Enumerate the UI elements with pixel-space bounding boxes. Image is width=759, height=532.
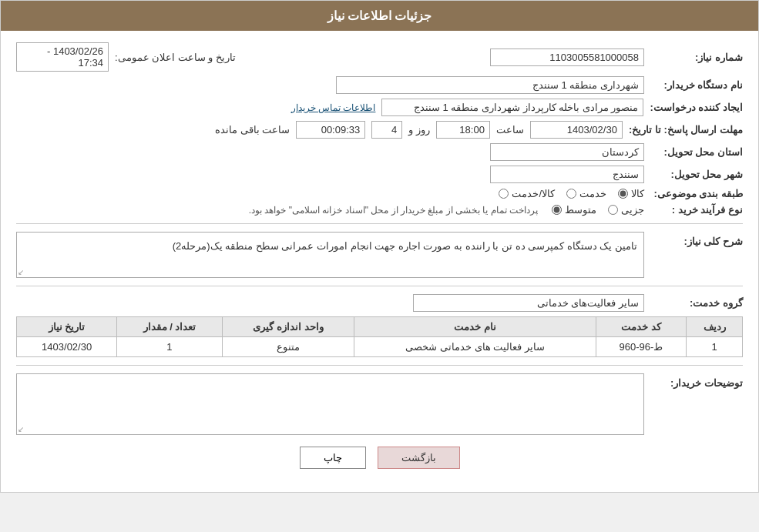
row-creator: ایجاد کننده درخواست: منصور مرادی باخله ک… xyxy=(16,99,743,116)
purchase-note: پرداخت تمام یا بخشی از مبلغ خریدار از مح… xyxy=(249,205,538,216)
deadline-days: 4 xyxy=(371,121,402,139)
announce-label: تاریخ و ساعت اعلان عمومی: xyxy=(115,52,236,63)
category-option-kala: کالا xyxy=(618,188,644,199)
purchase-type-label: نوع فرآیند خرید : xyxy=(650,204,743,216)
days-label: روز و xyxy=(408,124,430,136)
need-number-label: شماره نیاز: xyxy=(650,52,743,63)
back-button[interactable]: بازگشت xyxy=(378,447,460,469)
divider-2 xyxy=(16,286,743,286)
row-need-number: شماره نیاز: 1103005581000058 تاریخ و ساع… xyxy=(16,42,743,72)
table-body: 1ط-96-960سایر فعالیت های خدماتی شخصیمتنو… xyxy=(17,337,743,357)
cell-name: سایر فعالیت های خدماتی شخصی xyxy=(354,337,596,357)
row-purchase-type: نوع فرآیند خرید : متوسط جزیی پرداخت تمام… xyxy=(16,204,743,216)
row-description: شرح کلی نیاز: تامین یک دستگاه کمپرسی ده … xyxy=(16,232,743,278)
time-label: ساعت xyxy=(496,124,524,136)
deadline-date: 1403/02/30 xyxy=(530,121,623,139)
category-kala-khedmat-label: کالا/خدمت xyxy=(512,188,555,199)
category-kala-label: کالا xyxy=(631,188,644,199)
category-option-kala-khedmat: کالا/خدمت xyxy=(499,188,555,199)
province-label: استان محل تحویل: xyxy=(650,146,743,158)
page-wrapper: جزئیات اطلاعات نیاز شماره نیاز: 11030055… xyxy=(0,0,759,493)
cell-code: ط-96-960 xyxy=(596,337,686,357)
service-group-label: گروه خدمت: xyxy=(650,297,743,309)
purchase-type-motavaset-label: متوسط xyxy=(565,204,596,216)
category-option-khedmat: خدمت xyxy=(566,188,606,199)
deadline-label: مهلت ارسال پاسخ: تا تاریخ: xyxy=(629,124,743,136)
province-value: کردستان xyxy=(490,143,644,161)
divider-3 xyxy=(16,365,743,366)
page-header: جزئیات اطلاعات نیاز xyxy=(1,1,758,31)
service-group-value: سایر فعالیت‌های خدماتی xyxy=(413,294,644,312)
page-title: جزئیات اطلاعات نیاز xyxy=(327,9,432,22)
cell-row: 1 xyxy=(687,337,743,357)
creator-value: منصور مرادی باخله کارپرداز شهرداری منطقه… xyxy=(381,99,643,116)
col-row: ردیف xyxy=(687,317,743,337)
deadline-remaining: 00:09:33 xyxy=(296,121,365,139)
description-resize-handle: ↙ xyxy=(18,268,24,276)
description-label: شرح کلی نیاز: xyxy=(650,232,743,247)
row-province: استان محل تحویل: کردستان xyxy=(16,143,743,161)
purchase-type-option-jozi: جزیی xyxy=(608,204,644,216)
row-category: طبقه بندی موضوعی: کالا/خدمت خدمت کالا xyxy=(16,188,743,199)
purchase-type-jozi-radio[interactable] xyxy=(608,205,618,215)
category-khedmat-label: خدمت xyxy=(579,188,606,199)
purchase-type-option-motavaset: متوسط xyxy=(552,204,596,216)
purchase-type-jozi-label: جزیی xyxy=(621,204,644,216)
row-buyer-org: نام دستگاه خریدار: شهرداری منطقه 1 سنندج xyxy=(16,76,743,94)
row-city: شهر محل تحویل: سنندج xyxy=(16,166,743,183)
category-khedmat-radio[interactable] xyxy=(566,189,576,199)
buyer-notes-box xyxy=(16,373,644,435)
buyer-org-label: نام دستگاه خریدار: xyxy=(650,79,743,91)
col-unit: واحد اندازه گیری xyxy=(222,317,354,337)
city-label: شهر محل تحویل: xyxy=(650,169,743,180)
category-label: طبقه بندی موضوعی: xyxy=(650,188,743,199)
col-code: کد خدمت xyxy=(596,317,686,337)
announce-value: 1403/02/26 - 17:34 xyxy=(16,42,109,72)
table-header-row: ردیف کد خدمت نام خدمت واحد اندازه گیری ت… xyxy=(17,317,743,337)
category-radio-group: کالا/خدمت خدمت کالا xyxy=(499,188,644,199)
city-value: سنندج xyxy=(490,166,644,183)
remaining-label: ساعت باقی مانده xyxy=(215,124,290,136)
creator-contact-link[interactable]: اطلاعات تماس خریدار xyxy=(291,102,376,113)
purchase-type-motavaset-radio[interactable] xyxy=(552,205,562,215)
description-text: تامین یک دستگاه کمپرسی ده تن با راننده ب… xyxy=(16,232,644,278)
col-quantity: تعداد / مقدار xyxy=(117,317,222,337)
row-deadline: مهلت ارسال پاسخ: تا تاریخ: 1403/02/30 سا… xyxy=(16,121,743,139)
services-table: ردیف کد خدمت نام خدمت واحد اندازه گیری ت… xyxy=(16,316,743,357)
need-number-value: 1103005581000058 xyxy=(490,49,644,66)
deadline-time: 18:00 xyxy=(436,121,490,139)
row-buyer-notes: توضیحات خریدار: ↙ xyxy=(16,373,743,435)
main-content: شماره نیاز: 1103005581000058 تاریخ و ساع… xyxy=(1,31,758,492)
cell-date: 1403/02/30 xyxy=(17,337,117,357)
buyer-notes-label: توضیحات خریدار: xyxy=(650,373,743,389)
footer-buttons: بازگشت چاپ xyxy=(16,447,743,469)
buyer-notes-resize-handle: ↙ xyxy=(18,425,24,433)
table-row: 1ط-96-960سایر فعالیت های خدماتی شخصیمتنو… xyxy=(17,337,743,357)
creator-label: ایجاد کننده درخواست: xyxy=(650,102,743,113)
category-kala-radio[interactable] xyxy=(618,189,628,199)
row-service-group: گروه خدمت: سایر فعالیت‌های خدماتی xyxy=(16,294,743,312)
cell-quantity: 1 xyxy=(117,337,222,357)
col-name: نام خدمت xyxy=(354,317,596,337)
cell-unit: متنوع xyxy=(222,337,354,357)
divider-1 xyxy=(16,223,743,224)
category-kala-khedmat-radio[interactable] xyxy=(499,189,509,199)
col-date: تاریخ نیاز xyxy=(17,317,117,337)
table-head: ردیف کد خدمت نام خدمت واحد اندازه گیری ت… xyxy=(17,317,743,337)
print-button[interactable]: چاپ xyxy=(300,447,366,469)
buyer-org-value: شهرداری منطقه 1 سنندج xyxy=(336,76,644,94)
purchase-type-radio-group: متوسط جزیی xyxy=(552,204,644,216)
